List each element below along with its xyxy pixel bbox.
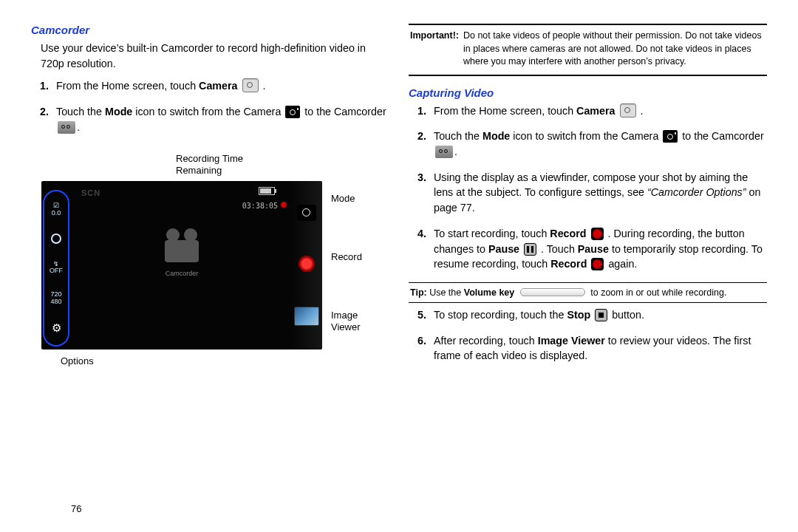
camcorder-steps: From the Home screen, touch Camera . Tou… xyxy=(52,78,389,134)
record-icon xyxy=(591,228,604,240)
cv-step-6-iv: Image Viewer xyxy=(538,335,605,347)
image-viewer-callout-2: Viewer xyxy=(331,321,361,332)
cv-step-2-post: to the Camcorder xyxy=(682,130,763,142)
important-text: Do not take videos of people without the… xyxy=(463,30,765,69)
recording-time-label-2: Remaining xyxy=(176,165,389,177)
tip-tag: Tip: xyxy=(410,287,427,298)
camera-app-icon xyxy=(242,78,259,92)
record-button-icon xyxy=(299,256,315,272)
cv-step-6: After recording, touch Image Viewer to r… xyxy=(429,333,767,364)
recording-time-label-1: Recording Time xyxy=(176,153,389,165)
mode-switch-icon xyxy=(297,205,316,221)
right-control-bar xyxy=(291,181,322,349)
page-number: 76 xyxy=(71,503,81,514)
cv-step-1-post: . xyxy=(638,105,644,117)
cv-step-4-e: again. xyxy=(608,258,637,270)
cv-step-2-bold: Mode xyxy=(482,130,510,142)
resolution-option: 720480 xyxy=(50,291,61,305)
camcorder-glyph-icon xyxy=(165,240,199,262)
camcorder-screenshot-figure: Recording Time Remaining SCN 03:38:05 ☑0… xyxy=(41,153,389,367)
step-2-post: to the Camcorder xyxy=(304,106,386,117)
settings-gear-icon: ⚙ xyxy=(52,322,61,334)
important-note: Important!: Do not take videos of people… xyxy=(409,25,767,75)
capturing-video-steps: From the Home screen, touch Camera . Tou… xyxy=(429,103,767,272)
recording-time-value: 03:38:05 xyxy=(242,202,278,210)
center-camcorder-icon: Camcorder xyxy=(165,240,199,277)
cv-step-3: Using the display as a viewfinder, compo… xyxy=(429,170,767,216)
cv-step-1: From the Home screen, touch Camera . xyxy=(429,103,767,119)
step-1-post: . xyxy=(260,80,266,92)
mode-callout: Mode xyxy=(331,193,362,204)
cv-step-5-a: To stop recording, touch the xyxy=(434,309,567,321)
capturing-video-steps-cont: To stop recording, touch the Stop button… xyxy=(429,307,767,364)
right-column: Important!: Do not take videos of people… xyxy=(409,24,767,525)
pause-icon xyxy=(524,243,536,256)
camcorder-heading: Camcorder xyxy=(31,24,389,36)
step-2-mid: icon to switch from the Camera xyxy=(132,106,284,117)
step-2: Touch the Mode icon to switch from the C… xyxy=(52,104,389,134)
cv-step-2-mid: icon to switch from the Camera xyxy=(510,130,661,142)
left-column: Camcorder Use your device’s built-in Cam… xyxy=(31,24,389,525)
right-callout-labels: Mode Record Image Viewer xyxy=(331,181,362,349)
cv-step-4-pause: Pause xyxy=(488,243,519,255)
options-bar: ☑0.0 ↯OFF 720480 ⚙ xyxy=(43,190,69,347)
ev-option: ☑0.0 xyxy=(52,202,61,216)
camera-app-icon xyxy=(620,103,636,117)
camera-mode-icon xyxy=(285,106,300,118)
image-viewer-thumb-icon xyxy=(294,307,319,326)
recording-time-label: Recording Time Remaining xyxy=(176,153,389,177)
cv-step-4-pause2: Pause xyxy=(578,243,609,255)
step-1: From the Home screen, touch Camera . xyxy=(52,78,389,94)
camcorder-mode-icon xyxy=(58,121,75,134)
cv-step-2-end: . xyxy=(454,146,457,157)
tip-note: Tip: Use the Volume key to zoom in or ou… xyxy=(409,283,767,302)
cv-step-3-ref: “Camcorder Options” xyxy=(647,186,746,198)
flash-option: ↯OFF xyxy=(50,261,63,275)
cv-step-4-c: . Touch xyxy=(538,243,578,255)
camcorder-intro: Use your device’s built-in Camcorder to … xyxy=(41,41,389,71)
recording-dot-icon xyxy=(281,202,287,208)
step-2-pre: Touch the xyxy=(56,106,105,117)
step-2-end: . xyxy=(77,121,80,133)
capturing-video-heading: Capturing Video xyxy=(409,86,767,99)
step-1-text: From the Home screen, touch xyxy=(56,80,199,92)
step-2-bold: Mode xyxy=(105,106,132,117)
cv-step-2: Touch the Mode icon to switch from the C… xyxy=(429,129,767,159)
cv-step-4-rec2: Record xyxy=(550,258,587,270)
cv-step-4-a: To start recording, touch xyxy=(434,228,550,239)
cv-step-5-stop: Stop xyxy=(567,309,590,321)
step-1-bold: Camera xyxy=(199,80,237,92)
image-viewer-callout-1: Image xyxy=(331,310,358,321)
cv-step-5-b: button. xyxy=(612,309,644,321)
record-icon xyxy=(591,258,604,270)
cv-step-4: To start recording, touch Record . Durin… xyxy=(429,226,767,272)
timer-option-icon xyxy=(51,233,61,244)
tip-a: Use the xyxy=(427,287,464,298)
camcorder-screen: SCN 03:38:05 ☑0.0 ↯OFF 720480 ⚙ Camcorde… xyxy=(41,181,322,349)
volume-key-icon xyxy=(520,288,585,296)
tip-volume-key-label: Volume key xyxy=(464,287,515,298)
center-camcorder-label: Camcorder xyxy=(165,270,199,277)
battery-icon xyxy=(259,187,275,195)
cv-step-5: To stop recording, touch the Stop button… xyxy=(429,307,767,323)
tip-b: to zoom in or out while recording. xyxy=(588,287,727,298)
cv-step-4-rec: Record xyxy=(550,228,586,239)
scn-indicator: SCN xyxy=(81,188,100,197)
cv-step-6-a: After recording, touch xyxy=(434,335,538,347)
camcorder-mode-icon xyxy=(435,146,453,158)
cv-step-1-bold: Camera xyxy=(576,105,615,117)
cv-step-2-pre: Touch the xyxy=(434,130,482,142)
options-callout: Options xyxy=(61,355,389,366)
record-callout: Record xyxy=(331,251,362,262)
important-rule-bottom xyxy=(409,75,767,76)
cv-step-1-pre: From the Home screen, touch xyxy=(434,105,576,117)
stop-icon xyxy=(595,309,607,321)
tip-rule-bottom xyxy=(409,302,767,303)
important-tag: Important!: xyxy=(410,30,459,69)
camera-mode-icon xyxy=(663,130,678,143)
